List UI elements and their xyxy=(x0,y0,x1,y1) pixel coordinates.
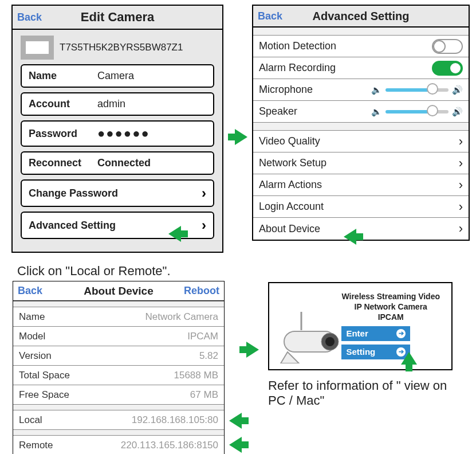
name-value: Camera xyxy=(97,70,134,82)
setting-label: Setting xyxy=(346,346,375,358)
about-totalspace-label: Total Space xyxy=(19,370,70,381)
login-account-label: Login Account xyxy=(259,201,324,213)
about-model-label: Model xyxy=(19,331,45,342)
alarm-recording-row: Alarm Recording xyxy=(253,57,469,79)
account-field[interactable]: Account admin xyxy=(21,92,214,116)
volume-low-icon: 🔈 xyxy=(371,107,382,117)
back-button[interactable]: Back xyxy=(258,10,282,22)
web-title-block: Wireless Streaming Video IP Network Came… xyxy=(341,291,440,359)
web-interface-panel: Wireless Streaming Video IP Network Came… xyxy=(268,282,453,370)
about-device-label: About Device xyxy=(259,223,320,235)
name-label: Name xyxy=(29,70,97,82)
arrow-right-icon xyxy=(235,129,247,145)
motion-detection-label: Motion Detection xyxy=(259,40,336,52)
edit-camera-panel: Back Edit Camera T7S5TH5K2BYRS5BW87Z1 Na… xyxy=(11,5,223,253)
password-mask: ●●●●●● xyxy=(97,126,150,141)
back-button[interactable]: Back xyxy=(18,285,42,297)
panel1-header: Back Edit Camera xyxy=(13,6,222,30)
microphone-label: Microphone xyxy=(259,84,313,96)
network-setup-row[interactable]: Network Setup › xyxy=(253,152,469,174)
reconnect-status: Connected xyxy=(97,157,151,169)
volume-high-icon: 🔊 xyxy=(452,85,463,95)
about-freespace-row: Free Space67 MB xyxy=(13,385,224,404)
microphone-slider-wrap: 🔈 🔊 xyxy=(371,85,463,95)
enter-button[interactable]: Enter➔ xyxy=(341,326,410,341)
chevron-right-icon: › xyxy=(459,178,463,193)
chevron-right-icon: › xyxy=(459,199,463,214)
about-version-value: 5.82 xyxy=(199,350,218,362)
advanced-setting-label: Advanced Setting xyxy=(29,220,116,232)
panel2-header: Back Advanced Setting xyxy=(253,6,469,28)
instruction-text: Click on "Local or Remote". xyxy=(17,264,171,279)
chevron-right-icon: › xyxy=(202,217,206,233)
name-field[interactable]: Name Camera xyxy=(21,64,214,88)
back-button[interactable]: Back xyxy=(17,11,42,24)
device-id-row: T7S5TH5K2BYRS5BW87Z1 xyxy=(21,36,214,60)
arrow-right-icon xyxy=(246,342,259,358)
change-password-label: Change Password xyxy=(29,187,118,199)
panel1-title: Edit Camera xyxy=(13,10,222,25)
about-totalspace-value: 15688 MB xyxy=(174,370,219,381)
account-value: admin xyxy=(97,98,125,110)
chevron-right-icon: › xyxy=(202,185,206,201)
svg-point-3 xyxy=(325,337,335,346)
spacer xyxy=(13,404,224,410)
setting-button[interactable]: Setting➔ xyxy=(341,345,410,359)
volume-low-icon: 🔈 xyxy=(371,85,382,95)
spacer xyxy=(253,28,469,36)
about-freespace-label: Free Space xyxy=(19,389,69,401)
video-quality-row[interactable]: Video Quality › xyxy=(253,131,469,152)
arrow-left-icon xyxy=(229,413,242,429)
change-password-row[interactable]: Change Password › xyxy=(21,179,214,207)
account-label: Account xyxy=(29,98,97,110)
about-device-panel: Back About Device Reboot NameNetwork Cam… xyxy=(13,281,225,454)
web-line1: Wireless Streaming Video xyxy=(341,291,440,302)
password-label: Password xyxy=(29,128,97,140)
about-model-value: IPCAM xyxy=(187,331,218,342)
chevron-right-icon: › xyxy=(459,221,463,236)
arrow-left-icon xyxy=(344,229,356,245)
panel1-body: T7S5TH5K2BYRS5BW87Z1 Name Camera Account… xyxy=(13,30,222,252)
about-model-row: ModelIPCAM xyxy=(13,326,224,346)
alarm-recording-toggle[interactable] xyxy=(432,61,463,76)
about-name-row: NameNetwork Camera xyxy=(13,307,224,326)
about-name-value: Network Camera xyxy=(145,311,218,323)
arrow-left-icon xyxy=(168,226,181,242)
about-local-row[interactable]: Local192.168.168.105:80 xyxy=(13,410,224,429)
about-local-label: Local xyxy=(19,414,42,426)
reconnect-label: Reconnect xyxy=(29,157,97,169)
about-remote-row[interactable]: Remote220.113.165.186:8150 xyxy=(13,435,224,454)
chevron-right-icon: › xyxy=(459,134,463,149)
volume-high-icon: 🔊 xyxy=(452,107,463,117)
advanced-setting-panel: Back Advanced Setting Motion Detection A… xyxy=(252,5,470,241)
about-version-row: Version5.82 xyxy=(13,346,224,365)
reboot-button[interactable]: Reboot xyxy=(184,285,219,297)
speaker-row: Speaker 🔈 🔊 xyxy=(253,101,469,123)
web-line2: IP Network Camera xyxy=(341,302,440,312)
instruction-text-2: Refer to information of " view on PC / M… xyxy=(268,378,461,408)
microphone-row: Microphone 🔈 🔊 xyxy=(253,79,469,101)
password-field[interactable]: Password ●●●●●● xyxy=(21,120,214,147)
login-account-row[interactable]: Login Account › xyxy=(253,196,469,218)
spacer xyxy=(13,429,224,435)
panel2-title: Advanced Setting xyxy=(253,10,469,23)
panel3-header: Back About Device Reboot xyxy=(13,281,224,301)
network-setup-label: Network Setup xyxy=(259,157,326,169)
reconnect-field[interactable]: Reconnect Connected xyxy=(21,151,214,175)
microphone-slider[interactable] xyxy=(385,88,449,92)
video-quality-label: Video Quality xyxy=(259,135,320,147)
motion-detection-toggle[interactable] xyxy=(432,39,463,54)
about-name-label: Name xyxy=(19,311,45,323)
arrow-up-icon xyxy=(401,352,417,365)
enter-label: Enter xyxy=(346,328,368,339)
arrow-left-icon xyxy=(229,437,242,453)
spacer xyxy=(253,123,469,131)
speaker-label: Speaker xyxy=(259,105,297,118)
alarm-actions-label: Alarm Actions xyxy=(259,179,322,191)
alarm-actions-row[interactable]: Alarm Actions › xyxy=(253,174,469,196)
about-totalspace-row: Total Space15688 MB xyxy=(13,365,224,385)
speaker-slider[interactable] xyxy=(385,110,449,114)
alarm-recording-label: Alarm Recording xyxy=(259,62,336,74)
chevron-right-icon: › xyxy=(459,156,463,171)
speaker-slider-wrap: 🔈 🔊 xyxy=(371,107,463,117)
